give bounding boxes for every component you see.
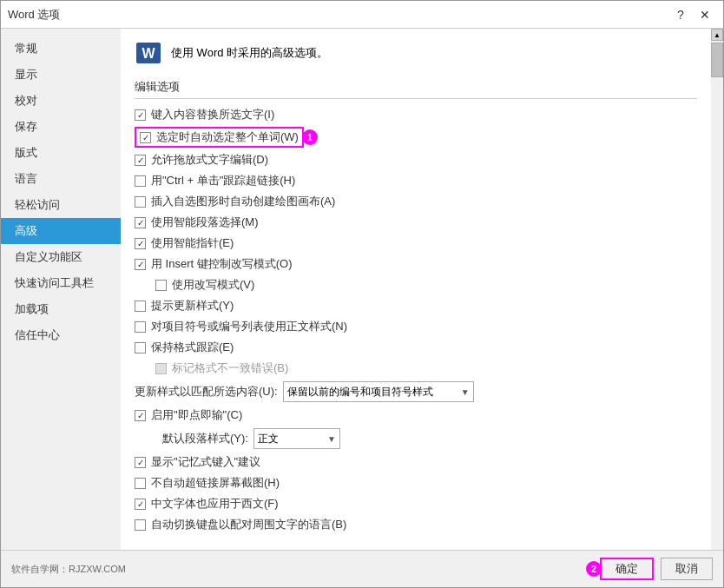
checkbox-opt5[interactable] <box>135 196 146 208</box>
help-button[interactable]: ? <box>669 3 692 26</box>
option-label-opt13: 不自动超链接屏幕截图(H) <box>151 475 280 491</box>
option-label-opt15: 自动切换键盘以配对周围文字的语言(B) <box>151 517 346 532</box>
option-row-opt11a: 标记格式不一致错误(B) <box>135 358 697 379</box>
option-row-opt8: 用 Insert 键控制改写模式(O) <box>135 254 697 274</box>
option-row-opt9: 提示更新样式(Y) <box>135 295 697 316</box>
option-row-opt3: 允许拖放式文字编辑(D) <box>135 149 697 170</box>
sidebar-item-proofing[interactable]: 校对 <box>1 88 121 114</box>
checkbox-opt8[interactable] <box>135 259 146 270</box>
option-label-opt10: 对项目符号或编号列表使用正文样式(N) <box>151 319 347 334</box>
main-header: W 使用 Word 时采用的高级选项。 <box>121 29 711 74</box>
option-label-opt5: 插入自选图形时自动创建绘图画布(A) <box>151 194 335 209</box>
sidebar-item-customize[interactable]: 自定义功能区 <box>1 244 121 270</box>
checkbox-opt15[interactable] <box>135 519 146 531</box>
header-text: 使用 Word 时采用的高级选项。 <box>171 45 328 61</box>
option-label-opt7: 使用智能指针(E) <box>151 235 234 251</box>
option-row-opt14: 中文字体也应用于西文(F) <box>135 493 697 514</box>
sidebar-item-general[interactable]: 常规 <box>1 36 121 62</box>
option-label-opt14: 中文字体也应用于西文(F) <box>151 496 279 512</box>
option-row-opt1: 键入内容替换所选文字(I) <box>135 104 697 125</box>
option-badge-opt2: 1 <box>302 129 318 145</box>
checkbox-opt1[interactable] <box>135 109 146 121</box>
option-label-opt6: 使用智能段落选择(M) <box>151 215 259 230</box>
autocorrect-label: 启用"即点即输"(C) <box>151 407 242 423</box>
option-label-opt2: 选定时自动选定整个单词(W) <box>156 129 299 145</box>
svg-text:W: W <box>142 46 155 61</box>
section-edit-title: 编辑选项 <box>135 74 697 99</box>
checkbox-opt3[interactable] <box>135 155 146 166</box>
sidebar-item-language[interactable]: 版式 <box>1 140 121 166</box>
sidebar-item-display[interactable]: 显示 <box>1 62 121 88</box>
option-label-opt9: 提示更新样式(Y) <box>151 298 234 314</box>
cancel-button[interactable]: 取消 <box>661 558 713 580</box>
option-label-opt4: 用"Ctrl + 单击"跟踪超链接(H) <box>151 173 295 188</box>
dialog-body: 常规显示校对保存版式语言轻松访问高级自定义功能区快速访问工具栏加载项信任中心 W… <box>1 29 723 550</box>
option-label-opt11: 保持格式跟踪(E) <box>151 340 234 355</box>
checkbox-opt11a <box>155 363 167 374</box>
sidebar: 常规显示校对保存版式语言轻松访问高级自定义功能区快速访问工具栏加载项信任中心 <box>1 29 121 550</box>
main-content: W 使用 Word 时采用的高级选项。 编辑选项 键入内容替换所选文字(I)选定… <box>121 29 711 550</box>
sidebar-item-lang2[interactable]: 语言 <box>1 166 121 192</box>
title-bar-controls: ? ✕ <box>669 3 716 26</box>
option-row-opt10: 对项目符号或编号列表使用正文样式(N) <box>135 316 697 337</box>
option-row-opt13: 不自动超链接屏幕截图(H) <box>135 472 697 493</box>
highlighted-option-opt2: 选定时自动选定整个单词(W)1 <box>135 127 304 148</box>
autocorrect-checkbox[interactable] <box>135 410 146 421</box>
checkbox-opt4[interactable] <box>135 175 146 187</box>
default-para-select[interactable]: 正文▼ <box>253 428 340 449</box>
footer-buttons: 2 确定 取消 <box>600 558 713 580</box>
option-label-opt1: 键入内容替换所选文字(I) <box>151 107 274 122</box>
default-para-row: 默认段落样式(Y):正文▼ <box>135 426 697 452</box>
word-icon: W <box>135 39 162 67</box>
checkbox-opt13[interactable] <box>135 478 146 489</box>
checkbox-opt12[interactable] <box>135 457 146 468</box>
option-row-opt2: 选定时自动选定整个单词(W)1 <box>135 125 697 149</box>
option-row-opt7: 使用智能指针(E) <box>135 233 697 254</box>
autocorrect-row: 启用"即点即输"(C) <box>135 405 697 426</box>
ok-badge: 2 <box>586 561 602 577</box>
checkbox-opt9[interactable] <box>135 301 146 312</box>
checkbox-opt8a[interactable] <box>155 280 167 291</box>
scrollbar[interactable]: ▲ <box>711 29 723 550</box>
checkbox-opt14[interactable] <box>135 499 146 510</box>
option-row-opt4: 用"Ctrl + 单击"跟踪超链接(H) <box>135 170 697 191</box>
option-label-opt12: 显示"记忆式键入"建议 <box>151 454 260 470</box>
checkbox-opt2[interactable] <box>140 132 151 143</box>
title-bar: Word 选项 ? ✕ <box>1 1 723 29</box>
options-container: 键入内容替换所选文字(I)选定时自动选定整个单词(W)1允许拖放式文字编辑(D)… <box>135 104 697 535</box>
checkbox-opt10[interactable] <box>135 321 146 333</box>
option-row-opt11: 保持格式跟踪(E) <box>135 337 697 358</box>
option-row-opt5: 插入自选图形时自动创建绘图画布(A) <box>135 191 697 212</box>
update-style-select[interactable]: 保留以前的编号和项目符号样式▼ <box>283 381 474 402</box>
option-label-opt3: 允许拖放式文字编辑(D) <box>151 152 268 168</box>
word-options-dialog: Word 选项 ? ✕ 常规显示校对保存版式语言轻松访问高级自定义功能区快速访问… <box>0 0 724 588</box>
option-label-opt8a: 使用改写模式(V) <box>172 277 254 293</box>
dialog-footer: 软件自学网：RJZXW.COM 2 确定 取消 <box>1 550 723 587</box>
scroll-thumb[interactable] <box>711 43 723 77</box>
close-button[interactable]: ✕ <box>694 3 716 26</box>
update-style-label: 更新样式以匹配所选内容(U): <box>135 384 278 400</box>
dialog-title: Word 选项 <box>8 7 60 23</box>
sidebar-item-quickaccess[interactable]: 快速访问工具栏 <box>1 270 121 296</box>
title-bar-left: Word 选项 <box>8 7 60 23</box>
checkbox-opt7[interactable] <box>135 238 146 249</box>
option-label-opt8: 用 Insert 键控制改写模式(O) <box>151 256 293 272</box>
footer-info: 软件自学网：RJZXW.COM <box>11 563 126 576</box>
sidebar-item-accessibility[interactable]: 轻松访问 <box>1 192 121 218</box>
scroll-up-btn[interactable]: ▲ <box>711 29 723 41</box>
scroll-area[interactable]: 编辑选项 键入内容替换所选文字(I)选定时自动选定整个单词(W)1允许拖放式文字… <box>121 74 711 550</box>
option-row-opt8a: 使用改写模式(V) <box>135 274 697 295</box>
sidebar-item-advanced[interactable]: 高级 <box>1 218 121 244</box>
update-style-row: 更新样式以匹配所选内容(U):保留以前的编号和项目符号样式▼ <box>135 379 697 405</box>
sidebar-item-trustcenter[interactable]: 信任中心 <box>1 322 121 348</box>
option-label-opt11a: 标记格式不一致错误(B) <box>172 360 288 376</box>
sidebar-item-save[interactable]: 保存 <box>1 114 121 140</box>
checkbox-opt6[interactable] <box>135 217 146 228</box>
sidebar-item-addins[interactable]: 加载项 <box>1 296 121 322</box>
option-row-opt12: 显示"记忆式键入"建议 <box>135 452 697 472</box>
ok-button[interactable]: 2 确定 <box>600 558 654 580</box>
default-para-label: 默认段落样式(Y): <box>162 431 248 446</box>
option-row-opt6: 使用智能段落选择(M) <box>135 212 697 233</box>
checkbox-opt11[interactable] <box>135 342 146 353</box>
option-row-opt15: 自动切换键盘以配对周围文字的语言(B) <box>135 514 697 535</box>
